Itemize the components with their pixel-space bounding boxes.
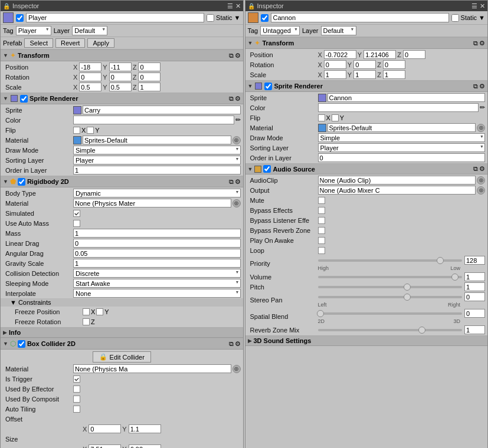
left-rigidbody-active[interactable] (18, 178, 25, 186)
left-boxcollider-gear-icon[interactable]: ⚙ (235, 340, 241, 348)
left-transform-copy-icon[interactable]: ⧉ (229, 52, 234, 60)
right-pitch-track[interactable] (318, 286, 463, 288)
left-freezepos-y[interactable] (96, 308, 103, 315)
left-sprite-copy-icon[interactable]: ⧉ (229, 95, 234, 103)
right-lock-icon[interactable]: 🔒 (248, 3, 255, 9)
right-material-input[interactable] (327, 123, 476, 132)
left-offset-x[interactable] (89, 424, 121, 433)
right-output-input[interactable] (318, 186, 476, 195)
right-scale-z[interactable] (383, 70, 405, 79)
right-loop-check[interactable] (318, 247, 325, 254)
left-constraints-header[interactable]: ▼ Constraints (1, 298, 243, 307)
left-static-checkbox[interactable] (207, 14, 214, 22)
right-stereopan-track[interactable] (318, 296, 463, 298)
left-sprite-gear-icon[interactable]: ⚙ (235, 95, 241, 103)
left-revert-btn[interactable]: Revert (55, 38, 85, 48)
left-gravityscale-input[interactable] (73, 259, 241, 268)
left-rigidbody-section-header[interactable]: ▼ ⬟ Rigidbody 2D ⧉ ⚙ (1, 176, 243, 187)
right-transform-copy-icon[interactable]: ⧉ (473, 39, 478, 47)
right-scale-y[interactable] (353, 70, 376, 79)
right-rot-z[interactable] (383, 60, 405, 69)
left-select-btn[interactable]: Select (24, 38, 53, 48)
left-usedbycmp-check[interactable] (73, 396, 80, 403)
right-color-picker[interactable] (318, 103, 479, 112)
right-volume-track[interactable] (318, 276, 463, 278)
left-edit-collider-btn[interactable]: 🔒 Edit Collider (93, 351, 151, 363)
right-spatialblend-value[interactable] (464, 309, 485, 318)
right-reverbzone-track[interactable] (318, 329, 463, 331)
right-pitch-value[interactable] (464, 282, 485, 291)
right-pos-z[interactable] (403, 50, 425, 59)
right-reverbzone-value[interactable] (464, 325, 485, 334)
right-pos-y[interactable] (363, 50, 396, 59)
left-freezerot-z[interactable] (83, 318, 90, 325)
left-orderinlayer-input[interactable] (73, 166, 241, 174)
right-output-circle[interactable]: ◎ (477, 186, 485, 195)
left-material-circle[interactable]: ◎ (232, 136, 241, 144)
right-rot-x[interactable] (324, 60, 346, 69)
left-transform-section-header[interactable]: ▼ ✦ Transform ⧉ ⚙ (1, 50, 243, 61)
left-info1-header[interactable]: ▶ Info (1, 327, 243, 338)
right-audio-copy-icon[interactable]: ⧉ (473, 165, 478, 173)
right-bypassreverb-check[interactable] (318, 227, 325, 234)
right-obj-name-input[interactable] (271, 13, 449, 22)
left-size-y[interactable] (129, 444, 161, 448)
right-flip-x-check[interactable] (318, 114, 325, 121)
right-bypasslistener-check[interactable] (318, 217, 325, 224)
left-boxcollider-section-header[interactable]: ▼ ⬡ Box Collider 2D ⧉ ⚙ (1, 338, 243, 350)
right-stereopan-thumb[interactable] (404, 294, 411, 301)
right-audio-gear-icon[interactable]: ⚙ (479, 165, 485, 173)
left-material-input[interactable] (83, 136, 231, 144)
left-simulated-check[interactable] (73, 210, 80, 217)
right-sprite-section-header[interactable]: ▼ Sprite Renderer ⧉ ⚙ (245, 80, 488, 92)
left-flip-y-check[interactable] (87, 127, 94, 134)
right-reverbzone-thumb[interactable] (418, 327, 425, 334)
right-audioclip-input[interactable] (318, 176, 476, 185)
right-material-circle[interactable]: ◎ (477, 124, 485, 132)
right-transform-section-header[interactable]: ▼ ✦ Transform ⧉ ⚙ (245, 37, 488, 49)
left-autotiling-check[interactable] (73, 406, 80, 413)
left-rb-material-circle[interactable]: ◎ (232, 199, 241, 207)
right-scale-x[interactable] (324, 70, 346, 79)
right-tag-dropdown[interactable]: Untagged (260, 26, 300, 35)
left-angulardrag-input[interactable] (73, 249, 241, 258)
right-bypasseffects-check[interactable] (318, 207, 325, 214)
right-active-checkbox[interactable] (261, 14, 268, 22)
left-interpolate-select[interactable]: None (73, 289, 241, 298)
right-mute-check[interactable] (318, 197, 325, 204)
right-pos-x[interactable] (324, 50, 356, 59)
right-static-checkbox[interactable] (451, 14, 459, 22)
right-priority-thumb[interactable] (437, 257, 444, 264)
left-tag-dropdown[interactable]: Player (16, 26, 51, 35)
left-size-x[interactable] (89, 444, 121, 448)
right-audioclip-circle[interactable]: ◎ (477, 176, 485, 185)
panel-menu-icon[interactable]: ☰ (227, 2, 233, 10)
right-sprite-gear-icon[interactable]: ⚙ (479, 83, 485, 90)
left-scale-y[interactable] (109, 83, 132, 91)
right-audio-section-header[interactable]: ▼ Audio Source ⧉ ⚙ (245, 163, 488, 174)
right-drawmode-select[interactable]: Simple (318, 133, 486, 142)
left-static-dropdown-icon[interactable]: ▼ (234, 14, 241, 21)
right-panel-menu-icon[interactable]: ☰ (471, 2, 477, 10)
left-sprite-section-header[interactable]: ▼ Sprite Renderer ⧉ ⚙ (1, 93, 243, 104)
right-panel-close-icon[interactable]: ✕ (480, 2, 485, 10)
right-spatialblend-thumb[interactable] (317, 310, 324, 317)
left-scale-x[interactable] (79, 83, 101, 91)
left-offset-y[interactable] (129, 424, 161, 433)
left-layer-dropdown[interactable]: Default (72, 26, 107, 35)
left-color-picker-icon[interactable]: ✏ (235, 116, 241, 124)
lock-icon[interactable]: 🔒 (3, 3, 10, 9)
left-istrigger-check[interactable] (73, 375, 80, 383)
left-colldetect-select[interactable]: Discrete (73, 269, 241, 278)
left-bodytype-select[interactable]: Dynamic (73, 189, 241, 197)
left-rigidbody-gear-icon[interactable]: ⚙ (235, 178, 241, 186)
right-color-picker-icon[interactable]: ✏ (480, 104, 485, 111)
left-apply-btn[interactable]: Apply (87, 38, 114, 48)
left-pos-z[interactable] (138, 62, 161, 71)
left-scale-z[interactable] (138, 83, 161, 91)
left-active-checkbox[interactable] (16, 14, 24, 22)
right-stereopan-value[interactable] (464, 292, 485, 301)
left-color-picker[interactable] (73, 116, 234, 124)
right-volume-thumb[interactable] (451, 274, 458, 281)
left-usedbyeffector-check[interactable] (73, 386, 80, 393)
